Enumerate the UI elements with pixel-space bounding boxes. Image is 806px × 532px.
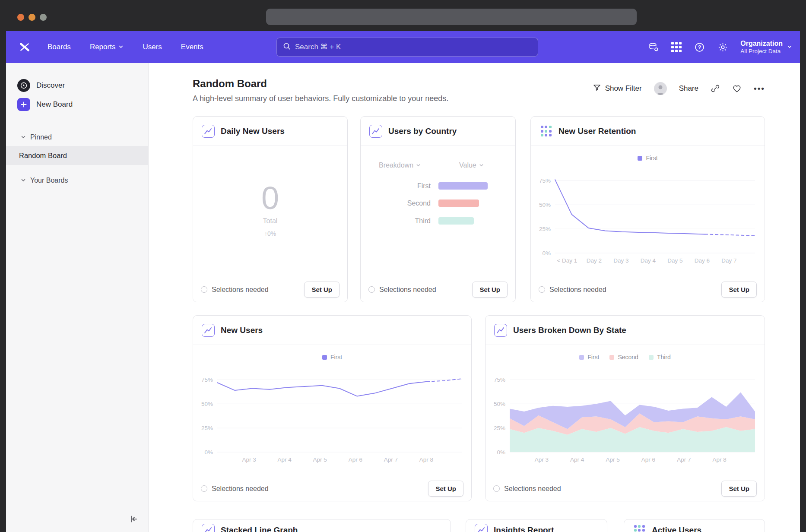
window-minimize-button[interactable]: [29, 14, 35, 21]
page-subtitle: A high-level summary of user behaviors. …: [193, 94, 448, 103]
sidebar-section-pinned[interactable]: Pinned: [6, 129, 148, 146]
status-text: Selections needed: [504, 485, 561, 493]
copy-link-icon[interactable]: [711, 84, 720, 93]
window-chrome: [0, 0, 806, 31]
status-circle-icon: [201, 485, 207, 492]
card-title: New Users: [221, 326, 263, 335]
legend-swatch: [649, 355, 654, 360]
card-users-by-state: Users Broken Down By State First Second …: [485, 315, 765, 501]
set-up-button[interactable]: Set Up: [721, 481, 757, 497]
chevron-down-icon: [787, 43, 792, 51]
svg-text:0%: 0%: [497, 449, 505, 456]
svg-text:75%: 75%: [539, 177, 551, 184]
card-title: Stacked Line Graph: [221, 526, 298, 532]
avatar[interactable]: [654, 82, 667, 95]
more-options-icon[interactable]: •••: [754, 84, 765, 93]
breakdown-row: Second: [361, 200, 515, 207]
svg-text:Apr 6: Apr 6: [349, 456, 362, 463]
mixpanel-logo[interactable]: [18, 41, 31, 54]
metric-delta: ↑0%: [264, 230, 276, 237]
legend-swatch: [579, 355, 584, 360]
set-up-button[interactable]: Set Up: [472, 282, 508, 298]
set-up-button[interactable]: Set Up: [304, 282, 340, 298]
svg-text:75%: 75%: [494, 377, 505, 383]
svg-text:50%: 50%: [494, 401, 505, 407]
org-name: Organization: [740, 39, 783, 48]
org-switcher[interactable]: Organization All Project Data: [740, 39, 792, 55]
card-insights-report: Insights Report: [466, 519, 607, 532]
new-board-button[interactable]: New Board: [6, 95, 148, 114]
retention-chart: 75%50%25%0%< Day 1Day 2Day 3Day 4Day 5Da…: [531, 168, 765, 266]
svg-text:Apr 7: Apr 7: [384, 456, 398, 463]
apps-grid-icon[interactable]: [671, 42, 682, 52]
svg-text:0%: 0%: [542, 250, 551, 256]
sidebar-item-discover[interactable]: Discover: [6, 76, 148, 95]
svg-text:50%: 50%: [539, 202, 551, 208]
row-bar: [438, 182, 488, 190]
legend-swatch: [609, 355, 614, 360]
line-chart-icon: [475, 524, 488, 532]
svg-text:75%: 75%: [201, 377, 213, 383]
svg-text:Apr 5: Apr 5: [606, 456, 619, 463]
nav-right-cluster: ? Organization All Project Data: [648, 31, 792, 63]
metric-label: Total: [263, 217, 278, 225]
chart-legend: First Second Third: [486, 354, 765, 361]
svg-text:50%: 50%: [201, 401, 213, 407]
value-dropdown[interactable]: Value: [459, 162, 484, 169]
set-up-button[interactable]: Set Up: [428, 481, 463, 497]
discover-compass-icon: [17, 79, 30, 92]
svg-text:Day 5: Day 5: [667, 257, 682, 264]
legend-label: First: [646, 155, 657, 162]
row-label: First: [361, 182, 431, 190]
new-users-chart: 75%50%25%0%Apr 3Apr 4Apr 5Apr 6Apr 7Apr …: [193, 367, 471, 465]
favorite-heart-icon[interactable]: [732, 84, 742, 93]
sidebar: Discover New Board Pinned Random Board Y…: [6, 63, 149, 532]
data-management-icon[interactable]: [648, 41, 659, 53]
nav-reports[interactable]: Reports: [90, 43, 124, 51]
random-board-label: Random Board: [19, 152, 67, 160]
set-up-button[interactable]: Set Up: [721, 282, 757, 298]
help-icon[interactable]: ?: [694, 41, 705, 53]
svg-text:Apr 7: Apr 7: [677, 456, 691, 463]
nav-boards[interactable]: Boards: [48, 43, 71, 51]
sidebar-item-random-board[interactable]: Random Board: [6, 146, 148, 165]
status-circle-icon: [201, 286, 207, 293]
nav-users[interactable]: Users: [143, 43, 162, 51]
sidebar-section-your-boards[interactable]: Your Boards: [6, 172, 148, 189]
svg-text:25%: 25%: [494, 425, 505, 431]
line-chart-icon: [369, 125, 382, 138]
svg-text:< Day 1: < Day 1: [557, 257, 577, 264]
top-nav: Boards Reports Users Events ?: [6, 31, 800, 63]
breakdown-row: Third: [361, 217, 515, 225]
search-icon: [283, 42, 291, 52]
window-zoom-button[interactable]: [40, 14, 47, 21]
chevron-down-icon: [479, 162, 484, 169]
svg-text:Apr 3: Apr 3: [242, 456, 256, 463]
chart-legend: First: [193, 354, 471, 361]
window-close-button[interactable]: [17, 14, 24, 21]
legend-label: First: [330, 354, 342, 361]
plus-icon: [17, 98, 30, 111]
sidebar-collapse-icon[interactable]: [127, 513, 140, 525]
status-text: Selections needed: [549, 286, 606, 294]
row-label: Third: [361, 217, 431, 225]
search-bar[interactable]: [276, 38, 538, 57]
status-circle-icon: [493, 485, 500, 492]
row-label: Second: [361, 200, 431, 207]
card-daily-new-users: Daily New Users 0 Total ↑0% Selections n…: [193, 116, 348, 302]
svg-text:Apr 4: Apr 4: [278, 456, 292, 463]
card-title: Users by Country: [388, 127, 457, 136]
card-title: Insights Report: [494, 526, 554, 532]
chevron-down-icon: [118, 43, 124, 51]
settings-gear-icon[interactable]: [717, 41, 728, 53]
breakdown-dropdown[interactable]: Breakdown: [379, 162, 421, 169]
share-button[interactable]: Share: [679, 84, 698, 93]
search-input[interactable]: [295, 43, 532, 51]
show-filter-button[interactable]: Show Filter: [593, 83, 642, 94]
nav-events[interactable]: Events: [181, 43, 203, 51]
new-board-label: New Board: [36, 100, 73, 109]
card-title: Active Users: [652, 526, 701, 532]
nav-boards-label: Boards: [48, 43, 71, 51]
svg-text:Day 2: Day 2: [587, 257, 602, 264]
browser-url-bar[interactable]: [266, 9, 637, 25]
